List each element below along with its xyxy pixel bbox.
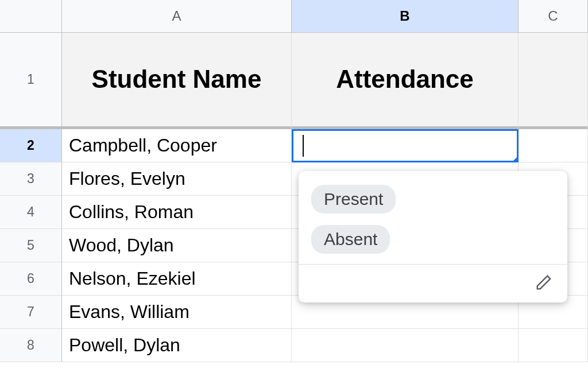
pencil-icon[interactable] — [535, 274, 552, 291]
cell-b8[interactable] — [292, 329, 519, 362]
row-header-3[interactable]: 3 — [0, 162, 62, 196]
row-header-2[interactable]: 2 — [0, 129, 62, 162]
cell-c2[interactable] — [519, 129, 588, 162]
cell-a3[interactable]: Flores, Evelyn — [62, 162, 292, 196]
cell-b2-active[interactable] — [292, 129, 519, 162]
row-header-4[interactable]: 4 — [0, 196, 62, 229]
cell-a4[interactable]: Collins, Roman — [62, 196, 292, 229]
cell-c1[interactable] — [519, 33, 588, 129]
cell-a2[interactable]: Campbell, Cooper — [62, 129, 292, 162]
dropdown-handle-icon[interactable] — [512, 156, 519, 162]
chip-present: Present — [311, 185, 396, 214]
dropdown-footer — [299, 265, 567, 297]
cell-b1[interactable]: Attendance — [292, 33, 519, 129]
text-cursor — [303, 135, 304, 157]
row-header-7[interactable]: 7 — [0, 296, 62, 329]
row-header-1[interactable]: 1 — [0, 33, 62, 129]
cell-a8[interactable]: Powell, Dylan — [62, 329, 292, 362]
row-header-5[interactable]: 5 — [0, 229, 62, 262]
cell-a5[interactable]: Wood, Dylan — [62, 229, 292, 262]
cell-a6[interactable]: Nelson, Ezekiel — [62, 262, 292, 296]
row-header-8[interactable]: 8 — [0, 329, 62, 362]
column-header-c[interactable]: C — [519, 0, 588, 33]
cell-a1[interactable]: Student Name — [62, 33, 292, 129]
column-header-b[interactable]: B — [292, 0, 519, 33]
cell-c8[interactable] — [519, 329, 588, 362]
chip-absent: Absent — [311, 225, 390, 254]
column-header-a[interactable]: A — [62, 0, 292, 33]
dropdown-option-present[interactable]: Present — [299, 179, 567, 219]
select-all-corner[interactable] — [0, 0, 62, 33]
row-header-6[interactable]: 6 — [0, 262, 62, 296]
dropdown-option-absent[interactable]: Absent — [299, 219, 567, 259]
data-validation-dropdown: Present Absent — [299, 171, 567, 302]
cell-a7[interactable]: Evans, William — [62, 296, 292, 329]
